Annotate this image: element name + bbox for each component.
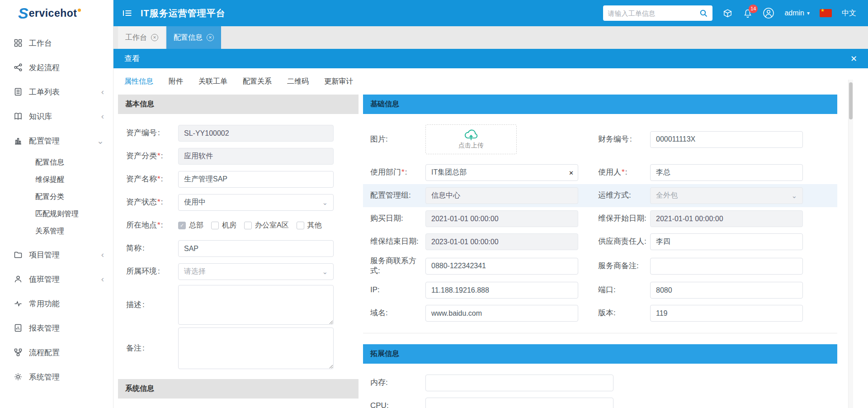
field-label: 域名: bbox=[370, 308, 425, 318]
checkbox-headquarters[interactable]: ✓总部 bbox=[178, 221, 203, 230]
tab-related-tickets[interactable]: 关联工单 bbox=[198, 77, 227, 86]
memory-input[interactable] bbox=[425, 375, 613, 391]
config-group-input[interactable] bbox=[425, 187, 578, 204]
language-toggle[interactable]: 中文 bbox=[842, 9, 856, 18]
description-textarea[interactable] bbox=[178, 285, 334, 325]
sidebar-item-config-info[interactable]: 配置信息 bbox=[0, 154, 113, 171]
close-icon[interactable]: ✕ bbox=[151, 34, 158, 41]
notifications-bell-icon[interactable]: 14 bbox=[743, 8, 753, 19]
chevron-left-icon: ‹ bbox=[101, 111, 104, 121]
tab-config-relations[interactable]: 配置关系 bbox=[243, 77, 272, 86]
sidebar-item-process-config[interactable]: 流程配置 bbox=[0, 340, 113, 365]
extend-info-header: 拓展信息 bbox=[363, 344, 837, 364]
sidebar-item-worklist[interactable]: 工单列表 ‹ bbox=[0, 80, 113, 104]
location-checkbox-group: ✓总部 机房 办公室A区 其他 bbox=[178, 221, 322, 230]
image-upload-button[interactable]: 点击上传 bbox=[425, 124, 517, 154]
sidebar-item-workbench[interactable]: 工作台 bbox=[0, 31, 113, 55]
page-title: IT服务运营管理平台 bbox=[141, 7, 226, 19]
sidebar-item-knowledge[interactable]: 知识库 ‹ bbox=[0, 104, 113, 128]
asset-status-select[interactable]: 使用中 ⌄ bbox=[178, 194, 334, 211]
close-icon[interactable]: ✕ bbox=[850, 54, 857, 64]
asset-name-input[interactable] bbox=[178, 171, 334, 188]
maint-end-input[interactable] bbox=[425, 233, 578, 250]
content-panels: 基本信息 资产编号: 资产分类*: 资产名称*: bbox=[113, 95, 868, 408]
short-name-input[interactable] bbox=[178, 240, 334, 257]
buy-date-input[interactable] bbox=[425, 210, 578, 227]
field-label: 维保结束日期: bbox=[370, 237, 425, 247]
tab-label: 配置信息 bbox=[174, 33, 203, 43]
service-remark-input[interactable] bbox=[650, 258, 803, 275]
topbar: IT服务运营管理平台 14 bbox=[113, 0, 868, 26]
field-label: 备注: bbox=[126, 343, 178, 353]
asset-no-input[interactable] bbox=[178, 125, 334, 142]
field-label: 服务商备注: bbox=[598, 261, 650, 271]
process-icon bbox=[14, 348, 23, 357]
ops-mode-select[interactable]: 全外包 ⌄ bbox=[650, 187, 803, 204]
sidebar-item-label: 项目管理 bbox=[29, 250, 60, 260]
sidebar-item-report-mgmt[interactable]: 报表管理 bbox=[0, 316, 113, 340]
sidebar-item-label: 值班管理 bbox=[29, 274, 60, 285]
avatar-icon[interactable] bbox=[763, 7, 774, 19]
sidebar-item-initiate-flow[interactable]: 发起流程 bbox=[0, 55, 113, 80]
field-label: 端口: bbox=[598, 285, 650, 295]
field-label: 资产名称*: bbox=[126, 174, 178, 184]
view-bar-title: 查看 bbox=[124, 53, 140, 64]
sidebar-item-project-mgmt[interactable]: 项目管理 ‹ bbox=[0, 242, 113, 267]
asset-class-input[interactable] bbox=[178, 148, 334, 165]
basic-info-panel: 基本信息 资产编号: 资产分类*: 资产名称*: bbox=[118, 95, 359, 408]
vertical-scrollbar[interactable] bbox=[848, 80, 853, 408]
worklist-icon bbox=[14, 87, 23, 96]
field-label: 资产状态*: bbox=[126, 197, 178, 207]
sidebar-item-label: 配置管理 bbox=[29, 136, 60, 146]
tab-attribute-info[interactable]: 属性信息 bbox=[124, 77, 153, 86]
sidebar-item-relation-mgmt[interactable]: 关系管理 bbox=[0, 223, 113, 240]
tab-update-audit[interactable]: 更新审计 bbox=[324, 77, 353, 86]
scrollbar-thumb[interactable] bbox=[849, 82, 853, 119]
use-user-input[interactable] bbox=[650, 164, 803, 181]
chevron-down-icon: ⌄ bbox=[322, 199, 328, 207]
caret-down-icon: ▾ bbox=[807, 10, 810, 16]
search-icon[interactable] bbox=[699, 9, 708, 18]
sidebar-item-match-rules[interactable]: 匹配规则管理 bbox=[0, 205, 113, 223]
use-dept-input[interactable] bbox=[425, 164, 578, 181]
user-menu[interactable]: admin ▾ bbox=[784, 9, 810, 17]
menu-toggle-icon[interactable] bbox=[123, 9, 132, 18]
field-label: 配置管理组: bbox=[370, 190, 425, 200]
tab-config-info[interactable]: 配置信息 ✕ bbox=[166, 26, 221, 49]
tab-qrcode[interactable]: 二维码 bbox=[287, 77, 309, 86]
version-input[interactable] bbox=[650, 305, 803, 322]
search-input[interactable] bbox=[608, 9, 699, 17]
domain-input[interactable] bbox=[425, 305, 578, 322]
sidebar-item-label: 知识库 bbox=[29, 111, 52, 122]
environment-select[interactable]: 请选择 ⌄ bbox=[178, 263, 334, 280]
cpu-input[interactable] bbox=[425, 398, 613, 408]
system-info-header: 系统信息 bbox=[118, 379, 359, 399]
tab-workbench[interactable]: 工作台 ✕ bbox=[118, 26, 165, 49]
checkbox-office-a[interactable]: 办公室A区 bbox=[244, 221, 289, 230]
clear-icon[interactable]: ✕ bbox=[569, 169, 574, 176]
flag-star-icon: ★ bbox=[821, 8, 825, 13]
sidebar-item-maintenance-reminder[interactable]: 维保提醒 bbox=[0, 171, 113, 188]
tab-attachments[interactable]: 附件 bbox=[169, 77, 183, 86]
finance-no-input[interactable] bbox=[650, 131, 803, 148]
close-icon[interactable]: ✕ bbox=[207, 34, 214, 41]
maint-start-input[interactable] bbox=[650, 210, 803, 227]
port-input[interactable] bbox=[650, 282, 803, 299]
cloud-upload-icon bbox=[463, 129, 479, 141]
sidebar-item-duty-mgmt[interactable]: 值班管理 ‹ bbox=[0, 267, 113, 291]
sidebar-item-config-category[interactable]: 配置分类 bbox=[0, 188, 113, 205]
main-area: IT服务运营管理平台 14 bbox=[113, 0, 868, 408]
project-icon bbox=[14, 250, 23, 259]
sidebar-item-config-mgmt[interactable]: 配置管理 ⌄ bbox=[0, 128, 113, 153]
pulse-icon bbox=[14, 299, 23, 308]
service-contact-input[interactable] bbox=[425, 258, 578, 275]
sidebar-item-common-functions[interactable]: 常用功能 bbox=[0, 291, 113, 316]
supplier-input[interactable] bbox=[650, 233, 803, 250]
form-row: 资产名称*: bbox=[126, 168, 359, 191]
checkbox-other[interactable]: 其他 bbox=[297, 221, 322, 230]
checkbox-machine-room[interactable]: 机房 bbox=[211, 221, 236, 230]
remark-textarea[interactable] bbox=[178, 327, 334, 369]
ip-input[interactable] bbox=[425, 282, 578, 299]
apps-cube-icon[interactable] bbox=[722, 8, 733, 19]
sidebar-item-system-mgmt[interactable]: 系统管理 bbox=[0, 365, 113, 389]
